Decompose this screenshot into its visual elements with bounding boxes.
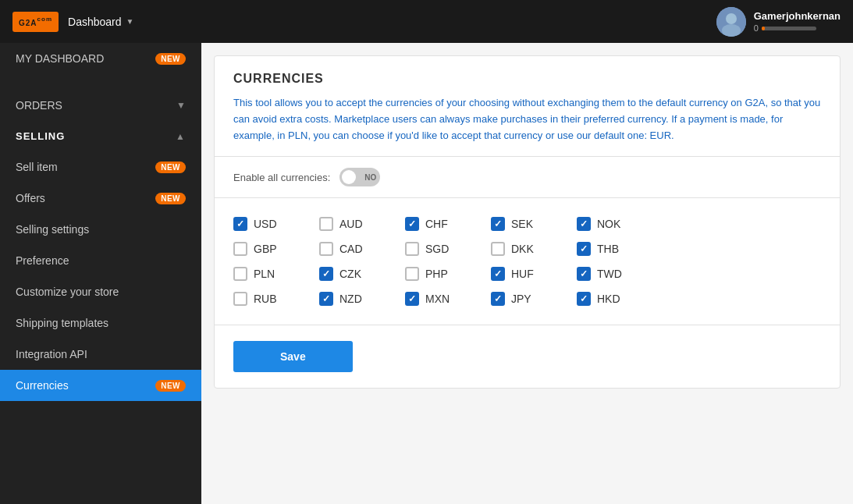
currencies-description: This tool allows you to accept the curre… [233, 95, 821, 144]
checkbox-nzd[interactable] [319, 292, 333, 306]
currency-item-chf: CHF [405, 217, 491, 231]
sidebar-item-customize-store[interactable]: Customize your store [0, 276, 201, 307]
checkbox-rub[interactable] [233, 292, 247, 306]
currency-row-0: USD AUD CHF SEK [233, 217, 821, 231]
checkbox-huf[interactable] [491, 267, 505, 281]
checkbox-gbp[interactable] [233, 242, 247, 256]
enable-all-row: Enable all currencies: NO [215, 157, 840, 198]
checkbox-sgd[interactable] [405, 242, 419, 256]
currency-item-php: PHP [405, 267, 491, 281]
currency-label-cad: CAD [339, 243, 363, 255]
checkbox-cad[interactable] [319, 242, 333, 256]
checkbox-czk[interactable] [319, 267, 333, 281]
nav-left: G2Acom Dashboard ▼ [12, 12, 133, 32]
checkbox-mxn[interactable] [405, 292, 419, 306]
currency-label-thb: THB [597, 243, 619, 255]
sidebar: MY DASHBOARD NEW ORDERS ▼ SELLING ▲ Sell… [0, 43, 201, 504]
avatar-image [716, 7, 746, 37]
logo-sub: com [37, 15, 52, 22]
currencies-header: CURRENCIES This tool allows you to accep… [215, 56, 840, 157]
my-dashboard-label: MY DASHBOARD [16, 52, 104, 65]
currency-item-pln: PLN [233, 267, 319, 281]
checkbox-dkk[interactable] [491, 242, 505, 256]
checkbox-php[interactable] [405, 267, 419, 281]
selling-label: SELLING [16, 130, 65, 142]
currency-item-sgd: SGD [405, 242, 491, 256]
nav-right: Gamerjohnkernan 0 [716, 7, 841, 37]
svg-point-2 [722, 24, 741, 37]
dashboard-button[interactable]: Dashboard ▼ [68, 16, 133, 28]
currency-label-czk: CZK [339, 268, 361, 280]
integration-api-label: Integration API [16, 348, 87, 360]
checkbox-hkd[interactable] [577, 292, 591, 306]
checkbox-twd[interactable] [577, 267, 591, 281]
currency-item-nzd: NZD [319, 292, 405, 306]
currency-label-hkd: HKD [597, 293, 620, 305]
checkbox-usd[interactable] [233, 217, 247, 231]
sidebar-item-sell-item[interactable]: Sell item NEW [0, 151, 201, 183]
offers-item-left: Offers [16, 192, 45, 204]
points-bar-fill [762, 27, 765, 30]
page-title: CURRENCIES [233, 72, 821, 86]
currency-label-gbp: GBP [254, 243, 277, 255]
currency-label-nzd: NZD [339, 293, 362, 305]
enable-all-label: Enable all currencies: [233, 172, 330, 183]
orders-label: ORDERS [16, 99, 62, 112]
checkbox-nok[interactable] [577, 217, 591, 231]
main-layout: MY DASHBOARD NEW ORDERS ▼ SELLING ▲ Sell… [0, 43, 853, 504]
selling-settings-label: Selling settings [16, 223, 89, 236]
currency-item-twd: TWD [577, 267, 663, 281]
sell-item-label: Sell item [16, 161, 58, 173]
toggle-state-label: NO [364, 173, 376, 182]
selling-section-header: SELLING ▲ [0, 121, 201, 151]
customize-store-label: Customize your store [16, 286, 119, 298]
checkbox-sek[interactable] [491, 217, 505, 231]
enable-all-toggle[interactable]: NO [339, 168, 380, 186]
currency-item-nok: NOK [577, 217, 663, 231]
currency-label-twd: TWD [597, 268, 622, 280]
sidebar-item-currencies[interactable]: Currencies NEW [0, 370, 201, 401]
currencies-item-left: Currencies [16, 379, 69, 392]
shipping-templates-label: Shipping templates [16, 317, 108, 329]
currency-label-chf: CHF [425, 218, 448, 230]
checkbox-pln[interactable] [233, 267, 247, 281]
currency-label-rub: RUB [254, 293, 277, 305]
selling-chevron-icon: ▲ [176, 131, 186, 142]
orders-item-left: ORDERS [16, 99, 62, 112]
main-content: CURRENCIES This tool allows you to accep… [201, 43, 853, 504]
orders-section [0, 74, 201, 90]
currency-item-mxn: MXN [405, 292, 491, 306]
sidebar-item-shipping-templates[interactable]: Shipping templates [0, 307, 201, 339]
sidebar-item-my-dashboard[interactable]: MY DASHBOARD NEW [0, 43, 201, 74]
currencies-panel: CURRENCIES This tool allows you to accep… [214, 55, 841, 389]
currency-item-rub: RUB [233, 292, 319, 306]
new-badge-dashboard: NEW [155, 53, 186, 65]
sidebar-item-preference[interactable]: Preference [0, 245, 201, 276]
currency-label-pln: PLN [254, 268, 275, 280]
currency-label-usd: USD [254, 218, 277, 230]
currency-label-dkk: DKK [511, 243, 534, 255]
svg-point-1 [726, 13, 737, 24]
points-bar-background [762, 27, 816, 30]
checkbox-thb[interactable] [577, 242, 591, 256]
sidebar-item-orders[interactable]: ORDERS ▼ [0, 90, 201, 121]
sidebar-item-integration-api[interactable]: Integration API [0, 339, 201, 370]
checkbox-chf[interactable] [405, 217, 419, 231]
currency-item-sek: SEK [491, 217, 577, 231]
toggle-knob [342, 170, 356, 184]
orders-chevron-icon: ▼ [176, 100, 186, 111]
checkbox-jpy[interactable] [491, 292, 505, 306]
sidebar-item-offers[interactable]: Offers NEW [0, 183, 201, 214]
save-button[interactable]: Save [233, 341, 353, 372]
sidebar-item-selling-settings[interactable]: Selling settings [0, 214, 201, 245]
checkbox-aud[interactable] [319, 217, 333, 231]
currency-item-gbp: GBP [233, 242, 319, 256]
user-points-bar: 0 [754, 23, 841, 33]
dashboard-label: Dashboard [68, 16, 122, 28]
currency-item-cad: CAD [319, 242, 405, 256]
currency-row-2: PLN CZK PHP HUF [233, 267, 821, 281]
offers-label: Offers [16, 192, 45, 204]
currency-item-hkd: HKD [577, 292, 663, 306]
currency-label-aud: AUD [339, 218, 363, 230]
g2a-logo: G2Acom [12, 12, 59, 32]
